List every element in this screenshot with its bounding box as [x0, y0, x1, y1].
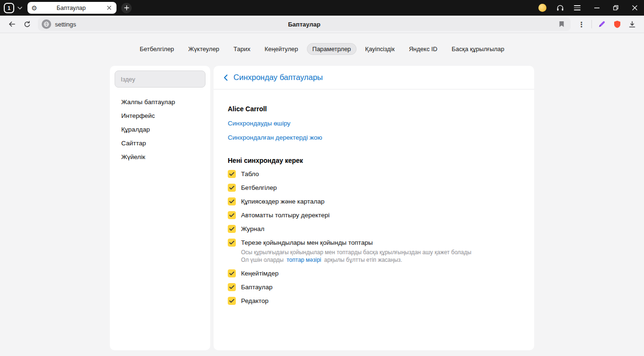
checkbox-label-journal[interactable]: Журнал: [241, 225, 264, 232]
what-to-sync-title: Нені синхрондау керек: [228, 157, 520, 164]
back-chevron-icon[interactable]: [221, 73, 230, 82]
sync-option-extensions: Кеңейтімдер: [228, 269, 520, 277]
tab-list-chevron-icon[interactable]: [16, 4, 24, 12]
protect-shield-icon[interactable]: [610, 17, 624, 31]
tab-title: Баптаулар: [37, 5, 105, 11]
headset-icon[interactable]: [553, 1, 567, 15]
pen-editor-icon[interactable]: [595, 17, 609, 31]
browser-tab[interactable]: ⚙ Баптаулар: [27, 2, 116, 14]
settings-top-nav: Бетбелгілер Жүктеулер Тарих Кеңейтулер П…: [0, 33, 644, 55]
checkbox-bookmarks[interactable]: [228, 184, 236, 192]
nav-bookmarks[interactable]: Бетбелгілер: [134, 43, 180, 55]
sidebar-list: Жалпы баптаулар Интерфейс Құралдар Сайтт…: [115, 95, 206, 164]
sync-settings-body: Alice Carroll Синхрондауды өшіру Синхрон…: [214, 89, 534, 313]
sidebar-item-sites[interactable]: Сайттар: [115, 136, 206, 150]
checkbox-tab-groups[interactable]: [228, 239, 236, 247]
browser-toolbar: settings Баптаулар ⋮: [0, 16, 644, 33]
nav-history[interactable]: Тарих: [228, 43, 256, 55]
checkbox-autofill[interactable]: [228, 211, 236, 219]
titlebar-right: [538, 0, 644, 16]
sidebar-item-interface[interactable]: Интерфейс: [115, 109, 206, 123]
checkbox-label-autofill[interactable]: Автоматты толтыру деректері: [241, 212, 330, 219]
restore-button[interactable]: [606, 0, 625, 16]
minimize-button[interactable]: [587, 0, 606, 16]
bookmark-flag-icon[interactable]: [555, 18, 568, 30]
nav-downloads[interactable]: Жүктеулер: [183, 43, 225, 55]
checkbox-label-bookmarks[interactable]: Бетбелгілер: [241, 184, 277, 191]
sync-option-settings: Баптаулар: [228, 283, 520, 291]
nav-extensions[interactable]: Кеңейтулер: [259, 43, 304, 55]
checkbox-label-editor[interactable]: Редактор: [241, 297, 268, 304]
note-line2-before: Ол үшін оларды: [241, 257, 284, 263]
disable-sync-link[interactable]: Синхрондауды өшіру: [228, 120, 290, 127]
nav-yandex-id[interactable]: Яндекс ID: [403, 43, 443, 55]
checkbox-editor[interactable]: [228, 297, 236, 305]
nav-security[interactable]: Қауіпсіздік: [359, 43, 400, 55]
checkbox-passwords-cards[interactable]: [228, 197, 236, 205]
sidebar-item-tools[interactable]: Құралдар: [115, 123, 206, 136]
sync-option-bookmarks: Бетбелгілер: [228, 184, 520, 192]
address-bar[interactable]: settings Баптаулар: [38, 18, 571, 31]
url-text[interactable]: settings: [55, 21, 76, 28]
reload-button[interactable]: [20, 17, 34, 31]
sync-option-journal: Журнал: [228, 225, 520, 233]
tab-close-button[interactable]: [105, 4, 113, 12]
sync-option-autofill: Автоматты толтыру деректері: [228, 211, 520, 219]
sync-settings-header: Синхрондау баптаулары: [214, 66, 534, 89]
window-titlebar: 1 ⚙ Баптаулар: [0, 0, 644, 16]
sync-settings-panel: Синхрондау баптаулары Alice Carroll Синх…: [214, 66, 534, 350]
browser-window: 1 ⚙ Баптаулар: [0, 0, 644, 356]
checkbox-label-extensions[interactable]: Кеңейтімдер: [241, 270, 278, 277]
site-globe-icon[interactable]: [42, 19, 51, 29]
note-line1: Осы құрылғыдағы қойындылар мен топтарды …: [241, 249, 520, 256]
settings-gear-icon: ⚙: [31, 5, 37, 11]
checkbox-settings[interactable]: [228, 283, 236, 291]
checkbox-extensions[interactable]: [228, 269, 236, 277]
search-input[interactable]: [115, 71, 206, 88]
checkbox-label-passwords-cards[interactable]: Құпиясөздер және карталар: [241, 198, 324, 205]
settings-page: Бетбелгілер Жүктеулер Тарих Кеңейтулер П…: [0, 33, 644, 356]
downloads-icon[interactable]: [625, 17, 639, 31]
note-line2-after: арқылы бұлтты етіп жасаңыз.: [324, 257, 402, 263]
sync-settings-title: Синхрондау баптаулары: [233, 73, 323, 82]
settings-cards: Жалпы баптаулар Интерфейс Құралдар Сайтт…: [0, 66, 644, 350]
toolbar-divider: [591, 20, 592, 28]
sync-option-editor: Редактор: [228, 297, 520, 305]
tab-strip: 1 ⚙ Баптаулар: [4, 0, 132, 16]
menu-hamburger-icon[interactable]: [570, 1, 584, 15]
settings-sidebar: Жалпы баптаулар Интерфейс Құралдар Сайтт…: [110, 66, 210, 350]
checkbox-journal[interactable]: [228, 225, 236, 233]
checkbox-tablo[interactable]: [228, 170, 236, 178]
checkbox-label-tab-groups[interactable]: Терезе қойындылары мен қойынды топтары: [241, 239, 373, 246]
close-button[interactable]: [625, 0, 644, 16]
sidebar-item-system[interactable]: Жүйелік: [115, 150, 206, 164]
sync-option-tab-groups: Терезе қойындылары мен қойынды топтары: [228, 239, 520, 247]
tab-groups-menu-link[interactable]: топтар мәзірі: [286, 257, 321, 263]
checkbox-label-settings[interactable]: Баптаулар: [241, 284, 272, 291]
new-tab-button[interactable]: [121, 3, 132, 13]
overflow-menu-button[interactable]: ⋮: [574, 17, 589, 31]
back-button[interactable]: [5, 17, 19, 31]
note-line2: Ол үшін оларды топтар мәзірі арқылы бұлт…: [241, 256, 520, 264]
sync-option-passwords-cards: Құпиясөздер және карталар: [228, 197, 520, 205]
tab-groups-note: Осы құрылғыдағы қойындылар мен топтарды …: [241, 249, 520, 264]
user-avatar[interactable]: [538, 4, 546, 12]
sync-option-tablo: Табло: [228, 170, 520, 178]
checkbox-label-tablo[interactable]: Табло: [241, 170, 259, 178]
account-name: Alice Carroll: [228, 105, 520, 113]
delete-synced-data-link[interactable]: Синхрондалған деректерді жою: [228, 134, 322, 141]
page-title: Баптаулар: [288, 21, 321, 28]
nav-settings[interactable]: Параметрлер: [307, 43, 357, 55]
sidebar-item-general[interactable]: Жалпы баптаулар: [115, 95, 206, 109]
tab-counter-button[interactable]: 1: [4, 3, 14, 13]
nav-other-devices[interactable]: Басқа құрылғылар: [446, 43, 510, 55]
